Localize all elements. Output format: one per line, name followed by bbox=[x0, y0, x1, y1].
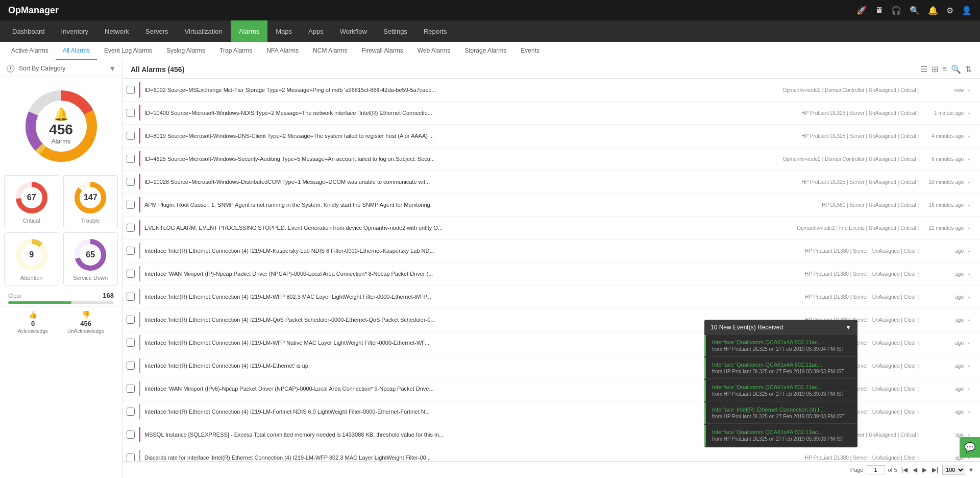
alarm-checkbox[interactable] bbox=[127, 408, 135, 416]
acknowledge-item[interactable]: 👍 0 Acknowledge bbox=[18, 310, 48, 334]
filter-icon[interactable]: ▼ bbox=[109, 64, 116, 73]
alarm-action-icon[interactable]: ▸ bbox=[968, 87, 976, 93]
subnav-eventlog-alarms[interactable]: Event Log Alarms bbox=[97, 42, 159, 60]
user-icon[interactable]: 👤 bbox=[962, 6, 972, 15]
next-page-btn[interactable]: ▶ bbox=[921, 466, 928, 473]
alarm-checkbox[interactable] bbox=[127, 132, 135, 140]
first-page-btn[interactable]: |◀ bbox=[900, 466, 909, 473]
alarm-action-icon[interactable]: ▸ bbox=[968, 363, 976, 369]
alarm-checkbox[interactable] bbox=[127, 178, 135, 186]
alarm-action-icon[interactable]: ▸ bbox=[968, 340, 976, 346]
alarm-row[interactable]: Interface 'Intel(R) Ethernet Connection … bbox=[122, 240, 980, 262]
bell-icon[interactable]: 🔔 bbox=[928, 6, 938, 15]
search-alarms-icon[interactable]: 🔍 bbox=[951, 64, 961, 74]
alarm-action-icon[interactable]: ▸ bbox=[968, 225, 976, 231]
alarm-row[interactable]: ID=8019 Source=Microsoft-Windows-DNS-Cli… bbox=[122, 125, 980, 148]
alarm-checkbox[interactable] bbox=[127, 86, 135, 94]
nav-item-virtualization[interactable]: Virtualization bbox=[177, 20, 231, 42]
per-page-select[interactable]: 50 100 200 bbox=[942, 465, 965, 475]
alarm-row[interactable]: APM Plugin: Root Cause : 1. SNMP Agent i… bbox=[122, 194, 980, 217]
alarm-checkbox[interactable] bbox=[127, 316, 135, 324]
attention-stat[interactable]: 9 Attention bbox=[4, 232, 59, 285]
last-page-btn[interactable]: ▶| bbox=[931, 466, 939, 473]
subnav-firewall-alarms[interactable]: Firewall Alarms bbox=[354, 42, 410, 60]
alarm-checkbox[interactable] bbox=[127, 247, 135, 255]
nav-item-network[interactable]: Network bbox=[96, 20, 137, 42]
nav-item-maps[interactable]: Maps bbox=[267, 20, 300, 42]
alarm-row[interactable]: ID=10028 Source=Microsoft-Windows-Distri… bbox=[122, 171, 980, 194]
alarm-action-icon[interactable]: ▸ bbox=[968, 294, 976, 300]
notification-item[interactable]: Interface 'Qualcomm QCA61x4A 802.11ac...… bbox=[704, 380, 857, 401]
alarm-row[interactable]: EVENTLOG ALARM: EVENT PROCESSING STOPPED… bbox=[122, 217, 980, 240]
subnav-all-alarms[interactable]: All Alarms bbox=[56, 42, 97, 60]
alarm-checkbox[interactable] bbox=[127, 224, 135, 232]
alarm-action-icon[interactable]: ▸ bbox=[968, 133, 976, 139]
alarm-checkbox[interactable] bbox=[127, 362, 135, 370]
trouble-stat[interactable]: 147 Trouble bbox=[63, 175, 118, 228]
subnav-storage-alarms[interactable]: Storage Alarms bbox=[457, 42, 513, 60]
headset-icon[interactable]: 🎧 bbox=[891, 6, 901, 15]
nav-item-dashboard[interactable]: Dashboard bbox=[4, 20, 53, 42]
nav-item-apps[interactable]: Apps bbox=[300, 20, 332, 42]
notification-close-icon[interactable]: ▼ bbox=[845, 324, 851, 331]
alarm-row[interactable]: Interface 'Intel(R) Ethernet Connection … bbox=[122, 285, 980, 308]
notification-item[interactable]: Interface 'Qualcomm QCA61x4A 802.11ac...… bbox=[704, 357, 857, 379]
alarm-action-icon[interactable]: ▸ bbox=[968, 409, 976, 415]
subnav-events[interactable]: Events bbox=[513, 42, 547, 60]
nav-item-reports[interactable]: Reports bbox=[415, 20, 455, 42]
subnav-ncm-alarms[interactable]: NCM Alarms bbox=[306, 42, 354, 60]
alarm-action-icon[interactable]: ▸ bbox=[968, 156, 976, 162]
nav-item-settings[interactable]: Settings bbox=[375, 20, 415, 42]
alarm-action-icon[interactable]: ▸ bbox=[968, 317, 976, 323]
unacknowledge-item[interactable]: 👎 456 UnAcknowledge bbox=[67, 310, 104, 334]
compact-view-icon[interactable]: ≡ bbox=[942, 64, 947, 74]
alarm-row[interactable]: Interface 'WAN Miniport (IP)-Npcap Packe… bbox=[122, 262, 980, 285]
sort-by-category-button[interactable]: Sort By Category bbox=[19, 65, 105, 72]
alarm-checkbox[interactable] bbox=[127, 453, 135, 461]
list-view-icon[interactable]: ☰ bbox=[920, 64, 927, 74]
alarm-row[interactable]: Discards rate for Interface 'Intel(R) Et… bbox=[122, 446, 980, 461]
search-icon[interactable]: 🔍 bbox=[910, 6, 920, 15]
alarm-action-icon[interactable]: ▸ bbox=[968, 110, 976, 116]
monitor-icon[interactable]: 🖥 bbox=[875, 6, 883, 15]
alarm-checkbox[interactable] bbox=[127, 431, 135, 439]
notification-item[interactable]: Interface 'Intel(R) Ethernet Connection … bbox=[704, 402, 857, 424]
alarm-checkbox[interactable] bbox=[127, 270, 135, 278]
alarm-checkbox[interactable] bbox=[127, 293, 135, 301]
subnav-syslog-alarms[interactable]: Syslog Alarms bbox=[159, 42, 212, 60]
subnav-web-alarms[interactable]: Web Alarms bbox=[410, 42, 457, 60]
nav-item-workflow[interactable]: Workflow bbox=[332, 20, 375, 42]
alarm-action-icon[interactable]: ▸ bbox=[968, 179, 976, 185]
notification-item[interactable]: Interface 'Qualcomm QCA61x4A 802.11ac...… bbox=[704, 335, 857, 356]
alarm-row[interactable]: ID=10400 Source=Microsoft-Windows-NDIS T… bbox=[122, 102, 980, 125]
sort-icon[interactable]: ⇅ bbox=[965, 64, 972, 74]
rocket-icon[interactable]: 🚀 bbox=[856, 6, 867, 15]
alarm-action-icon[interactable]: ▸ bbox=[968, 271, 976, 277]
alarm-action-icon[interactable]: ▸ bbox=[968, 248, 976, 254]
nav-item-servers[interactable]: Servers bbox=[137, 20, 177, 42]
chat-button[interactable]: 💬 bbox=[960, 437, 980, 458]
alarm-checkbox[interactable] bbox=[127, 385, 135, 393]
servicedown-stat[interactable]: 65 Service Down bbox=[63, 232, 118, 285]
alarm-checkbox[interactable] bbox=[127, 339, 135, 347]
subnav-trap-alarms[interactable]: Trap Alarms bbox=[212, 42, 259, 60]
notification-item[interactable]: Interface 'Qualcomm QCA61x4A 802.11ac...… bbox=[704, 425, 857, 446]
alarm-row[interactable]: ID=6002 Source=MSExchange Mid-Tier Stora… bbox=[122, 79, 980, 102]
critical-stat[interactable]: 67 Critical bbox=[4, 175, 59, 228]
severity-bar bbox=[139, 266, 140, 281]
nav-item-inventory[interactable]: Inventory bbox=[53, 20, 96, 42]
alarm-checkbox[interactable] bbox=[127, 155, 135, 163]
alarm-checkbox[interactable] bbox=[127, 109, 135, 117]
prev-page-btn[interactable]: ◀ bbox=[912, 466, 918, 473]
page-input[interactable] bbox=[867, 465, 885, 474]
nav-item-alarms[interactable]: Alarms bbox=[231, 20, 267, 42]
alarm-action-icon[interactable]: ▸ bbox=[968, 432, 976, 438]
alarm-action-icon[interactable]: ▸ bbox=[968, 386, 976, 392]
subnav-active-alarms[interactable]: Active Alarms bbox=[4, 42, 56, 60]
alarm-checkbox[interactable] bbox=[127, 201, 135, 209]
alarm-row[interactable]: ID=4625 Source=Microsoft-Windows-Securit… bbox=[122, 148, 980, 171]
alarm-action-icon[interactable]: ▸ bbox=[968, 202, 976, 208]
gear-icon[interactable]: ⚙ bbox=[946, 6, 953, 15]
subnav-nfa-alarms[interactable]: NFA Alarms bbox=[259, 42, 306, 60]
grid-view-icon[interactable]: ⊞ bbox=[932, 64, 938, 74]
